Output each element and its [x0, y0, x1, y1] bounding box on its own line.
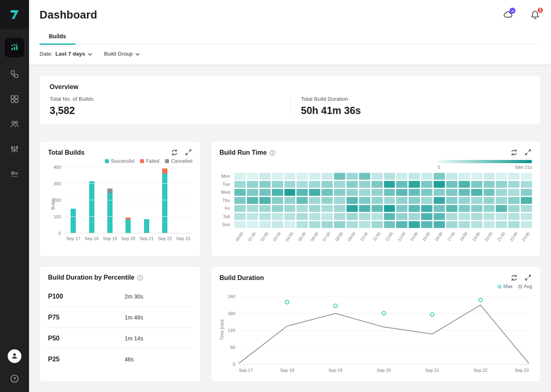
heatmap-col-label: 08:00 [334, 230, 345, 249]
help-icon[interactable]: ? [9, 373, 20, 384]
expand-icon[interactable] [184, 149, 192, 157]
heatmap-cell [309, 197, 320, 204]
svg-text:Sep 22: Sep 22 [474, 368, 488, 373]
heatmap-cell [284, 205, 296, 212]
heatmap-cell [346, 173, 358, 180]
heatmap-col-label: 15:00 [421, 230, 432, 249]
notifications-bell-icon[interactable]: 2 [529, 9, 541, 21]
info-icon[interactable] [137, 275, 143, 281]
heatmap-cell [396, 205, 407, 212]
refresh-icon[interactable] [170, 149, 178, 157]
heatmap-row-label: Wed [219, 189, 233, 196]
card-title: Total Builds [48, 149, 84, 156]
gridline [64, 183, 192, 184]
heatmap-cell [372, 197, 383, 204]
heatmap-cell [496, 181, 507, 188]
expand-icon[interactable] [524, 274, 532, 282]
bar-column [82, 167, 100, 233]
heatmap-cell [359, 181, 370, 188]
tab-builds[interactable]: Builds [40, 30, 75, 45]
heatmap-cell [409, 221, 420, 228]
heatmap-cell [284, 197, 296, 204]
gridline [64, 200, 192, 200]
app-logo[interactable] [0, 0, 29, 29]
bar-column [101, 167, 119, 233]
refresh-icon[interactable] [510, 274, 518, 282]
heatmap-cell [471, 197, 482, 204]
bar-segment [89, 181, 94, 233]
heatmap-cell [259, 221, 271, 228]
heatmap-cell [272, 197, 283, 204]
heatmap-cell [459, 213, 470, 220]
heatmap-col-label: 00:00 [234, 230, 246, 249]
heatmap-cell [321, 189, 333, 196]
bar-segment [107, 189, 113, 193]
heatmap-cell [434, 213, 445, 220]
heatmap-col-label: 19:00 [471, 230, 482, 249]
heatmap-cell [334, 197, 345, 204]
sidebar-item-credentials[interactable] [7, 167, 22, 182]
stat-label: Total Build Duration [301, 96, 530, 102]
heatmap-cell [234, 181, 246, 188]
refresh-icon[interactable] [510, 149, 518, 157]
heatmap-row-label: Sat [219, 213, 233, 220]
build-run-time-heatmap: MonTueWedThuFriSatSun 00:0001:0002:0003:… [219, 173, 532, 249]
heatmap-cell [496, 173, 507, 180]
heatmap-cell [409, 205, 420, 212]
sliders-icon [10, 144, 19, 155]
heatmap-color-legend: 0 58m 21s [438, 160, 532, 170]
successful-swatch [105, 159, 109, 163]
bar-column [156, 167, 174, 233]
heatmap-cell [359, 213, 370, 220]
cloud-sync-icon[interactable] [503, 9, 514, 21]
heatmap-col-label: 04:00 [284, 230, 296, 249]
sidebar-item-workflows[interactable] [7, 67, 22, 82]
heatmap-cell [396, 213, 407, 220]
sidebar-item-settings[interactable] [7, 142, 22, 157]
max-dot [498, 285, 501, 288]
heatmap-col-label: 01:00 [247, 230, 258, 249]
heatmap-cell [434, 189, 445, 196]
y-tick-label: 400 [54, 165, 61, 170]
heatmap-cell [321, 181, 333, 188]
build-group-filter[interactable]: Build Group [104, 51, 140, 57]
cancelled-swatch [165, 159, 169, 163]
info-icon[interactable] [269, 150, 276, 156]
heatmap-row-label: Tue [219, 181, 233, 188]
percentile-label: P100 [48, 293, 125, 300]
chevron-down-icon [136, 51, 140, 57]
expand-icon[interactable] [524, 149, 532, 157]
heatmap-cell [434, 173, 445, 180]
heatmap-cell [508, 189, 520, 196]
bar-column [138, 167, 156, 233]
bar-column [174, 167, 192, 233]
sidebar-item-insights[interactable] [5, 38, 24, 57]
user-avatar[interactable] [8, 349, 21, 363]
heatmap-cell [384, 181, 395, 188]
heatmap-cell [409, 213, 420, 220]
heatmap-cell [446, 181, 457, 188]
heatmap-cell [372, 205, 383, 212]
heatmap-col-label: 12:00 [384, 230, 395, 249]
sidebar-item-apps[interactable] [7, 92, 22, 107]
heatmap-cell [247, 197, 258, 204]
avg-dot [518, 285, 522, 288]
x-tick-label: Sep 19 [101, 236, 119, 241]
heatmap-col-label: 21:00 [496, 230, 507, 249]
sidebar-item-members[interactable] [7, 117, 22, 132]
date-filter[interactable]: Date: Last 7 days [40, 51, 92, 57]
apps-grid-icon [10, 94, 19, 105]
heatmap-cell [459, 181, 470, 188]
heatmap-cell [484, 189, 495, 196]
heatmap-cell [272, 221, 283, 228]
bar-segment [162, 174, 167, 233]
bar-segment [144, 219, 149, 233]
heatmap-cell [372, 213, 383, 220]
heatmap-cell [284, 181, 296, 188]
heatmap-cell [396, 189, 407, 196]
svg-text:Sep 18: Sep 18 [280, 368, 294, 373]
heatmap-col-label: 10:00 [359, 230, 370, 249]
heatmap-cell [296, 189, 308, 196]
build-run-time-card: Build Run Time [211, 141, 541, 257]
heatmap-cell [234, 205, 246, 212]
